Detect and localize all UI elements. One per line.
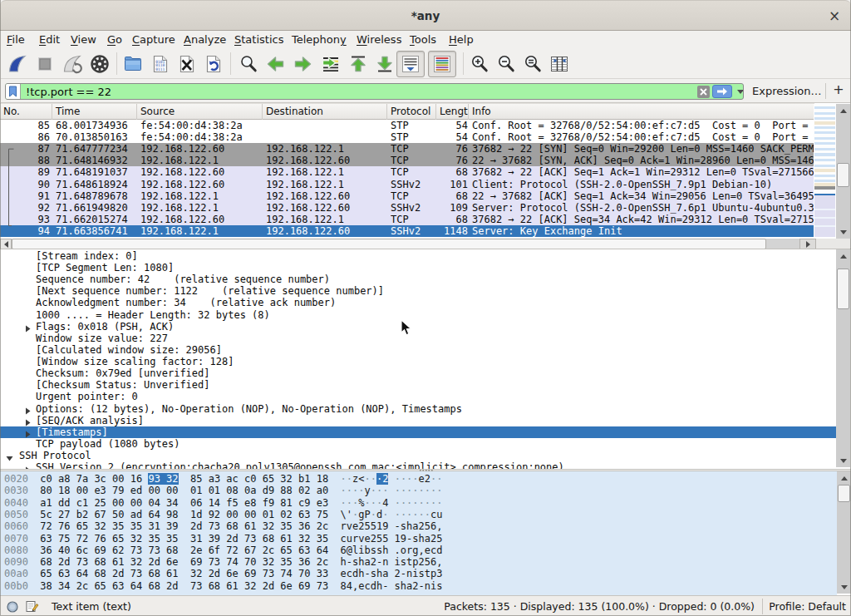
- detail-row[interactable]: Window size value: 227: [0, 333, 836, 344]
- hex-row-0050[interactable]: 0050 5c 27 b2 67 50 ad 64 98 1d 92 00 00…: [4, 509, 442, 520]
- reload-file-button[interactable]: [203, 53, 224, 75]
- bytes-vscrollbar[interactable]: [837, 471, 851, 594]
- scroll-down-button[interactable]: [836, 225, 850, 239]
- detail-row[interactable]: [SEQ/ACK analysis]: [0, 415, 836, 426]
- packet-list-minimap[interactable]: [814, 104, 836, 238]
- detail-row[interactable]: [Timestamps]: [0, 426, 836, 438]
- hex-row-0070[interactable]: 0070 63 75 72 76 65 32 35 35 31 39 2d 73…: [4, 533, 442, 545]
- close-window-button[interactable]: ×: [825, 7, 844, 26]
- detail-row[interactable]: Flags: 0x018 (PSH, ACK): [0, 321, 836, 333]
- title-bar[interactable]: *any ×: [0, 0, 851, 31]
- detail-row[interactable]: SSH Version 2 (encryption:chacha20_poly1…: [0, 461, 836, 469]
- filter-apply-button[interactable]: [712, 85, 732, 98]
- column-header-length[interactable]: Length: [436, 104, 469, 120]
- menu-capture[interactable]: Capture: [132, 33, 175, 46]
- packet-row-86[interactable]: 8670.013850163fe:54:00:d4:38:2aSTP54Conf…: [0, 131, 814, 143]
- detail-row[interactable]: [Next sequence number: 1122 (relative se…: [0, 285, 836, 297]
- detail-row[interactable]: TCP payload (1080 bytes): [0, 438, 836, 450]
- scrollbar-thumb[interactable]: [837, 163, 849, 187]
- menu-file[interactable]: File: [7, 33, 25, 46]
- expression-button[interactable]: Expression…: [752, 85, 822, 97]
- status-profile[interactable]: Profile: Default: [769, 600, 846, 613]
- menu-edit[interactable]: Edit: [39, 33, 60, 46]
- save-file-button[interactable]: 010101100111: [150, 53, 171, 75]
- column-header-destination[interactable]: Destination: [263, 104, 387, 120]
- zoom-in-button[interactable]: [469, 53, 490, 75]
- filter-history-dropdown[interactable]: [735, 84, 744, 99]
- column-header-time[interactable]: Time: [52, 104, 137, 120]
- go-to-packet-button[interactable]: [320, 53, 342, 75]
- detail-row[interactable]: Checksum: 0x79ed [unverified]: [0, 367, 836, 379]
- detail-row[interactable]: [Stream index: 0]: [0, 250, 836, 262]
- hex-row-0020[interactable]: 0020 c0 a8 7a 3c 00 16 93 32 85 a3 ac c0…: [4, 473, 442, 485]
- column-header-protocol[interactable]: Protocol: [387, 104, 436, 120]
- details-vscrollbar[interactable]: [836, 249, 850, 467]
- packet-row-93[interactable]: 9371.662015274192.168.122.60192.168.122.…: [0, 214, 814, 225]
- packet-row-85[interactable]: 8568.001734936fe:54:00:d4:38:2aSTP54Conf…: [0, 120, 814, 131]
- colorize-button[interactable]: [428, 51, 456, 77]
- go-forward-button[interactable]: [292, 53, 313, 75]
- detail-row[interactable]: Acknowledgment number: 34 (relative ack …: [0, 297, 836, 308]
- zoom-original-button[interactable]: [522, 53, 544, 75]
- menu-analyze[interactable]: Analyze: [184, 33, 226, 46]
- packet-row-91[interactable]: 9171.648789678192.168.122.1192.168.122.6…: [0, 190, 814, 202]
- restart-capture-button[interactable]: [61, 53, 83, 75]
- detail-row[interactable]: [Calculated window size: 29056]: [0, 344, 836, 356]
- auto-scroll-button[interactable]: [396, 51, 425, 77]
- scroll-up-button[interactable]: [836, 104, 850, 117]
- capture-options-button[interactable]: [89, 53, 111, 75]
- hex-row-00a0[interactable]: 00a0 65 63 64 68 2d 73 68 61 32 2d 6e 69…: [4, 568, 442, 579]
- scroll-up-button[interactable]: [836, 249, 850, 263]
- packet-row-87[interactable]: 8771.647777234192.168.122.60192.168.122.…: [0, 143, 814, 155]
- packet-row-89[interactable]: 8971.648191037192.168.122.60192.168.122.…: [0, 166, 814, 178]
- open-file-button[interactable]: [122, 53, 144, 75]
- filter-expression-text[interactable]: !tcp.port == 22: [26, 86, 111, 98]
- scroll-down-button[interactable]: [837, 580, 851, 594]
- column-header-info[interactable]: Info: [469, 104, 814, 120]
- go-back-button[interactable]: [265, 53, 287, 75]
- scroll-up-button[interactable]: [837, 471, 851, 485]
- detail-row[interactable]: Sequence number: 42 (relative sequence n…: [0, 274, 836, 285]
- packet-list-vscrollbar[interactable]: [836, 104, 850, 239]
- find-packet-button[interactable]: [238, 53, 259, 75]
- start-capture-button[interactable]: [7, 53, 28, 75]
- add-filter-button[interactable]: +: [831, 81, 846, 100]
- menu-go[interactable]: Go: [107, 33, 122, 46]
- display-filter-input[interactable]: !tcp.port == 22: [5, 83, 744, 100]
- packet-row-90[interactable]: 9071.648618924192.168.122.60192.168.122.…: [0, 179, 814, 190]
- detail-row[interactable]: 1000 .... = Header Length: 32 bytes (8): [0, 309, 836, 321]
- detail-row[interactable]: Urgent pointer: 0: [0, 391, 836, 402]
- menu-wireless[interactable]: Wireless: [357, 33, 401, 46]
- go-last-button[interactable]: [374, 53, 396, 75]
- scrollbar-thumb[interactable]: [838, 485, 850, 502]
- menu-view[interactable]: View: [71, 33, 96, 46]
- detail-row[interactable]: [Checksum Status: Unverified]: [0, 379, 836, 391]
- hex-row-0080[interactable]: 0080 36 40 6c 69 62 73 73 68 2e 6f 72 67…: [4, 545, 442, 556]
- capture-comment-button[interactable]: [26, 600, 39, 615]
- filter-clear-button[interactable]: [697, 86, 710, 98]
- hex-row-0060[interactable]: 0060 72 76 65 32 35 35 31 39 2d 73 68 61…: [4, 520, 442, 532]
- resize-columns-button[interactable]: [548, 53, 570, 75]
- column-header-no[interactable]: No.: [0, 104, 52, 120]
- packet-row-92[interactable]: 9271.661949820192.168.122.1192.168.122.6…: [0, 202, 814, 214]
- close-file-button[interactable]: [176, 53, 198, 75]
- column-header-source[interactable]: Source: [137, 104, 263, 120]
- stop-capture-button[interactable]: [34, 53, 56, 75]
- filter-bookmark-button[interactable]: [6, 84, 21, 99]
- hex-row-0090[interactable]: 0090 68 2d 73 68 61 32 2d 6e 69 73 74 70…: [4, 556, 442, 568]
- zoom-out-button[interactable]: [495, 53, 517, 75]
- detail-row[interactable]: [Window size scaling factor: 128]: [0, 356, 836, 367]
- menu-statistics[interactable]: Statistics: [234, 33, 283, 46]
- menu-tools[interactable]: Tools: [410, 33, 436, 46]
- scrollbar-thumb[interactable]: [837, 269, 849, 309]
- hex-row-0040[interactable]: 0040 a1 dd c1 25 00 00 04 34 06 14 f5 e8…: [4, 497, 442, 509]
- expert-info-button[interactable]: [7, 601, 18, 615]
- menu-help[interactable]: Help: [449, 33, 474, 46]
- detail-row[interactable]: Options: (12 bytes), No-Operation (NOP),…: [0, 403, 836, 415]
- packet-row-94[interactable]: 9471.663856741192.168.122.1192.168.122.6…: [0, 225, 814, 237]
- go-first-button[interactable]: [347, 53, 369, 75]
- menu-telephony[interactable]: Telephony: [292, 33, 347, 46]
- detail-row[interactable]: [TCP Segment Len: 1080]: [0, 262, 836, 274]
- detail-row[interactable]: SSH Protocol: [0, 450, 836, 461]
- packet-row-88[interactable]: 8871.648146932192.168.122.1192.168.122.6…: [0, 155, 814, 166]
